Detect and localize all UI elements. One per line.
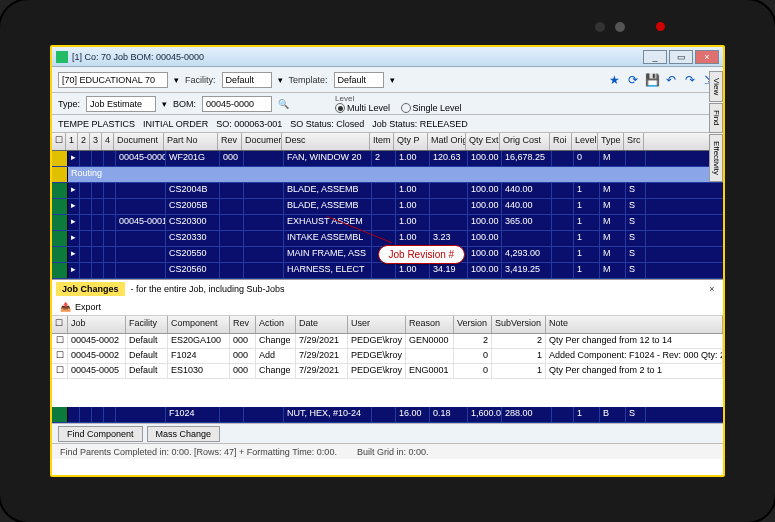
- row-handle[interactable]: [52, 183, 68, 198]
- status-line: TEMPE PLASTICS INITIAL ORDER SO: 000063-…: [52, 115, 723, 133]
- export-icon[interactable]: 📤: [60, 302, 71, 312]
- back-icon[interactable]: ↶: [663, 72, 679, 88]
- save-icon[interactable]: 💾: [644, 72, 660, 88]
- panel-close-icon[interactable]: ×: [705, 284, 719, 294]
- side-tab-effectivity[interactable]: Effectivity: [709, 134, 723, 182]
- facility-label: Facility:: [185, 75, 216, 85]
- change-row[interactable]: ☐00045-0002DefaultF1024000Add7/29/2021PE…: [52, 349, 723, 364]
- row-handle[interactable]: [52, 407, 68, 422]
- job-changes-tab[interactable]: Job Changes: [56, 282, 125, 296]
- template-label: Template:: [289, 75, 328, 85]
- order-label: INITIAL ORDER: [143, 119, 208, 129]
- toolbar-row-1: ▾ Facility: ▾ Template: ▾ ★ ⟳ 💾 ↶ ↷ ⇲: [52, 67, 723, 93]
- bom-input[interactable]: [202, 96, 272, 112]
- window-title: [1] Co: 70 Job BOM: 00045-0000: [72, 52, 643, 62]
- row-handle[interactable]: [52, 215, 68, 230]
- find-component-button[interactable]: Find Component: [58, 426, 143, 442]
- bom-row[interactable]: ▸CS2004BBLADE, ASSEMB1.00100.00440.001MS: [52, 183, 723, 199]
- bom-grid[interactable]: ☐ 1 2 3 4 Document Part No Rev Documer D…: [52, 133, 723, 279]
- favorite-icon[interactable]: ★: [606, 72, 622, 88]
- status-bar: Find Parents Completed in: 0:00. [Rows: …: [52, 443, 723, 459]
- minimize-button[interactable]: _: [643, 50, 667, 64]
- so-number: SO: 000063-001: [216, 119, 282, 129]
- facility-select[interactable]: [222, 72, 272, 88]
- side-tab-find[interactable]: Find: [709, 103, 723, 133]
- template-select[interactable]: [334, 72, 384, 88]
- side-tab-view[interactable]: View: [709, 71, 723, 102]
- bom-row[interactable]: ▸CS2005BBLADE, ASSEMB1.00100.00440.001MS: [52, 199, 723, 215]
- row-handle[interactable]: [52, 231, 68, 246]
- maximize-button[interactable]: ▭: [669, 50, 693, 64]
- type-select[interactable]: [86, 96, 156, 112]
- export-button[interactable]: Export: [75, 302, 101, 312]
- change-row[interactable]: ☐00045-0005DefaultES1030000Change7/29/20…: [52, 364, 723, 379]
- col-checkbox[interactable]: ☐: [52, 133, 66, 150]
- bom-label: BOM:: [173, 99, 196, 109]
- row-handle[interactable]: [52, 247, 68, 262]
- toolbar-row-2: Type: ▾ BOM: 🔍 Level Multi Level Single …: [52, 93, 723, 115]
- refresh-icon[interactable]: ⟳: [625, 72, 641, 88]
- level-label: Level: [335, 94, 462, 103]
- single-level-radio[interactable]: [401, 103, 411, 113]
- changes-grid-header: ☐ Job Facility Component Rev Action Date…: [52, 316, 723, 334]
- bom-row[interactable]: ▸CS20560HARNESS, ELECT1.0034.19100.003,4…: [52, 263, 723, 279]
- app-icon: [56, 51, 68, 63]
- change-row[interactable]: ☐00045-0002DefaultES20GA100000Change7/29…: [52, 334, 723, 349]
- entity-select[interactable]: [58, 72, 168, 88]
- bom-row[interactable]: ▸00045-0000WF201G000FAN, WINDOW 2021.001…: [52, 151, 723, 167]
- job-changes-subtitle: - for the entire Job, including Sub-Jobs: [131, 284, 285, 294]
- mass-change-button[interactable]: Mass Change: [147, 426, 221, 442]
- so-status: SO Status: Closed: [290, 119, 364, 129]
- bom-grid-header: ☐ 1 2 3 4 Document Part No Rev Documer D…: [52, 133, 723, 151]
- forward-icon[interactable]: ↷: [682, 72, 698, 88]
- search-icon[interactable]: 🔍: [278, 99, 289, 109]
- bom-row[interactable]: Routing: [52, 167, 723, 183]
- window-titlebar: [1] Co: 70 Job BOM: 00045-0000 _ ▭ ×: [52, 47, 723, 67]
- row-handle[interactable]: [52, 263, 68, 278]
- job-status: Job Status: RELEASED: [372, 119, 468, 129]
- status-text-2: Built Grid in: 0:00.: [357, 447, 429, 457]
- bottom-grid[interactable]: F1024 NUT, HEX, #10-24 16.00 0.18 1,600.…: [52, 407, 723, 423]
- status-text-1: Find Parents Completed in: 0:00. [Rows: …: [60, 447, 337, 457]
- footer-tabs: Find Component Mass Change: [52, 423, 723, 443]
- job-changes-panel: Job Changes - for the entire Job, includ…: [52, 279, 723, 407]
- revision-callout: Job Revision #: [378, 245, 466, 264]
- row-handle[interactable]: [52, 199, 68, 214]
- multi-level-radio[interactable]: [335, 103, 345, 113]
- company-name: TEMPE PLASTICS: [58, 119, 135, 129]
- close-button[interactable]: ×: [695, 50, 719, 64]
- svg-rect-0: [56, 51, 68, 63]
- type-label: Type:: [58, 99, 80, 109]
- row-handle[interactable]: [52, 151, 68, 166]
- bom-row[interactable]: ▸00045-0001CS20300EXHAUST ASSEM1.00100.0…: [52, 215, 723, 231]
